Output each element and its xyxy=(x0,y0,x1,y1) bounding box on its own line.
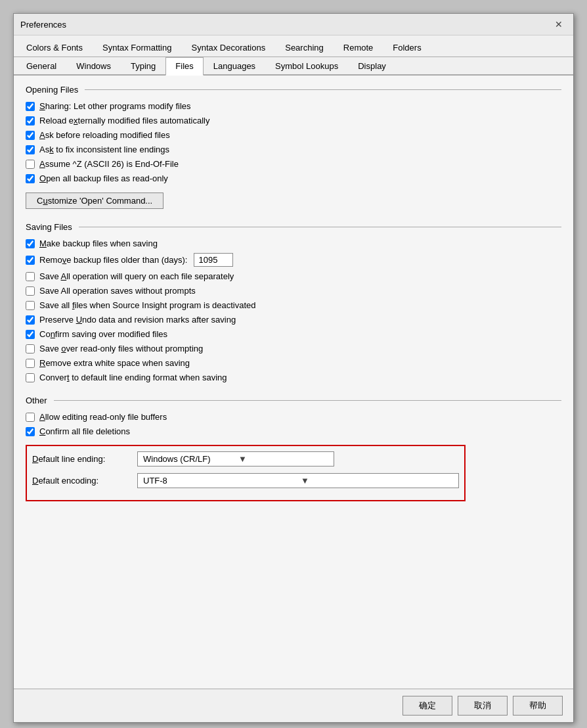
ask-reload-row: Ask before reloading modified files xyxy=(26,130,561,140)
save-readonly-checkbox[interactable] xyxy=(26,344,35,353)
open-backup-checkbox[interactable] xyxy=(26,174,35,183)
save-all-noprompt-row: Save All operation saves without prompts xyxy=(26,286,561,296)
tab-windows[interactable]: Windows xyxy=(66,57,121,74)
assume-label[interactable]: Assume ^Z (ASCII 26) is End-Of-File xyxy=(39,159,179,169)
save-deactivated-label[interactable]: Save all files when Source Insight progr… xyxy=(39,300,256,310)
save-readonly-row: Save over read-only files without prompt… xyxy=(26,344,561,353)
other-section: Other Allow editing read-only file buffe… xyxy=(26,396,561,501)
convert-line-ending-checkbox[interactable] xyxy=(26,373,35,382)
preserve-undo-row: Preserve Undo data and revision marks af… xyxy=(26,315,561,325)
title-bar: Preferences ✕ xyxy=(14,14,573,35)
ask-reload-checkbox[interactable] xyxy=(26,131,35,140)
default-line-ending-value: Windows (CR/LF) xyxy=(143,454,233,464)
tab-colors-fonts[interactable]: Colors & Fonts xyxy=(16,38,93,57)
ask-fix-row: Ask to fix inconsistent line endings xyxy=(26,145,561,154)
make-backup-checkbox[interactable] xyxy=(26,239,35,248)
customize-open-button[interactable]: Customize 'Open' Command... xyxy=(26,193,163,209)
make-backup-label[interactable]: Make backup files when saving xyxy=(39,239,158,248)
backup-days-input[interactable] xyxy=(194,253,233,267)
preserve-undo-label[interactable]: Preserve Undo data and revision marks af… xyxy=(39,315,236,325)
save-all-noprompt-checkbox[interactable] xyxy=(26,286,35,296)
make-backup-row: Make backup files when saving xyxy=(26,239,561,248)
tab-general[interactable]: General xyxy=(16,57,66,74)
reload-checkbox[interactable] xyxy=(26,116,35,125)
confirm-saving-checkbox[interactable] xyxy=(26,330,35,339)
remove-backup-row: Remove backup files older than (days): xyxy=(26,253,561,267)
tab-typing[interactable]: Typing xyxy=(121,57,165,74)
section-divider-2 xyxy=(79,227,561,227)
opening-files-title: Opening Files xyxy=(26,85,78,95)
save-readonly-label[interactable]: Save over read-only files without prompt… xyxy=(39,344,203,353)
other-title: Other xyxy=(26,396,47,405)
default-line-ending-select[interactable]: Windows (CR/LF) ▼ xyxy=(137,451,334,466)
save-all-query-label[interactable]: Save All operation will query on each fi… xyxy=(39,271,234,281)
cancel-button[interactable]: 取消 xyxy=(458,696,508,716)
default-encoding-label: Default encoding: xyxy=(32,476,137,486)
allow-editing-label[interactable]: Allow editing read-only file buffers xyxy=(39,412,167,422)
opening-files-section: Opening Files Sharing: Let other program… xyxy=(26,85,561,209)
default-line-ending-row: Default line ending: Windows (CR/LF) ▼ xyxy=(32,451,459,466)
ask-fix-label[interactable]: Ask to fix inconsistent line endings xyxy=(39,145,169,154)
tab-files[interactable]: Files xyxy=(165,57,203,76)
save-all-noprompt-label[interactable]: Save All operation saves without prompts xyxy=(39,286,196,296)
window-title: Preferences xyxy=(20,20,66,30)
dropdown-arrow-2-icon: ▼ xyxy=(301,476,453,486)
tabs-row-1: Colors & Fonts Syntax Formatting Syntax … xyxy=(14,35,573,57)
open-backup-row: Open all backup files as read-only xyxy=(26,173,561,183)
confirm-saving-label[interactable]: Confirm saving over modified files xyxy=(39,329,167,339)
tabs-row-2: General Windows Typing Files Languages S… xyxy=(14,57,573,76)
default-encoding-row: Default encoding: UTF-8 ▼ xyxy=(32,473,459,488)
ask-fix-checkbox[interactable] xyxy=(26,145,35,154)
default-encoding-value: UTF-8 xyxy=(143,476,295,486)
allow-editing-row: Allow editing read-only file buffers xyxy=(26,412,561,422)
section-divider xyxy=(85,89,561,90)
ask-reload-label[interactable]: Ask before reloading modified files xyxy=(39,130,170,140)
save-all-query-row: Save All operation will query on each fi… xyxy=(26,271,561,281)
remove-whitespace-checkbox[interactable] xyxy=(26,359,35,368)
footer: 确定 取消 帮助 xyxy=(14,689,573,722)
section-divider-3 xyxy=(54,400,561,401)
allow-editing-checkbox[interactable] xyxy=(26,413,35,422)
save-deactivated-row: Save all files when Source Insight progr… xyxy=(26,300,561,310)
confirm-delete-row: Confirm all file deletions xyxy=(26,426,561,436)
reload-label[interactable]: Reload externally modified files automat… xyxy=(39,116,209,125)
close-button[interactable]: ✕ xyxy=(551,18,567,31)
remove-whitespace-label[interactable]: Remove extra white space when saving xyxy=(39,358,190,368)
save-all-query-checkbox[interactable] xyxy=(26,272,35,281)
tab-display[interactable]: Display xyxy=(348,57,396,74)
saving-files-title: Saving Files xyxy=(26,222,72,232)
other-header: Other xyxy=(26,396,561,405)
reload-row: Reload externally modified files automat… xyxy=(26,116,561,125)
opening-files-header: Opening Files xyxy=(26,85,561,95)
save-deactivated-checkbox[interactable] xyxy=(26,301,35,310)
tab-remote[interactable]: Remote xyxy=(334,38,383,57)
tab-syntax-formatting[interactable]: Syntax Formatting xyxy=(93,38,182,57)
tab-symbol-lookups[interactable]: Symbol Lookups xyxy=(265,57,348,74)
open-backup-label[interactable]: Open all backup files as read-only xyxy=(39,173,168,183)
tab-folders[interactable]: Folders xyxy=(383,38,431,57)
default-line-ending-label: Default line ending: xyxy=(32,454,137,464)
confirm-delete-label[interactable]: Confirm all file deletions xyxy=(39,426,130,436)
remove-backup-label[interactable]: Remove backup files older than (days): xyxy=(39,255,187,265)
confirm-button[interactable]: 确定 xyxy=(402,696,452,716)
confirm-delete-checkbox[interactable] xyxy=(26,427,35,436)
tab-searching[interactable]: Searching xyxy=(275,38,334,57)
saving-files-section: Saving Files Make backup files when savi… xyxy=(26,222,561,382)
confirm-saving-row: Confirm saving over modified files xyxy=(26,329,561,339)
assume-checkbox[interactable] xyxy=(26,160,35,169)
preserve-undo-checkbox[interactable] xyxy=(26,315,35,325)
sharing-checkbox[interactable] xyxy=(26,102,35,111)
help-button[interactable]: 帮助 xyxy=(513,696,563,716)
dropdown-arrow-icon: ▼ xyxy=(238,454,328,464)
remove-whitespace-row: Remove extra white space when saving xyxy=(26,358,561,368)
tab-languages[interactable]: Languages xyxy=(204,57,265,74)
preferences-window: Preferences ✕ Colors & Fonts Syntax Form… xyxy=(13,13,574,723)
sharing-row: Sharing: Let other programs modify files xyxy=(26,101,561,111)
saving-files-header: Saving Files xyxy=(26,222,561,232)
sharing-label[interactable]: Sharing: Let other programs modify files xyxy=(39,101,191,111)
tab-syntax-decorations[interactable]: Syntax Decorations xyxy=(181,38,275,57)
convert-line-ending-label[interactable]: Convert to default line ending format wh… xyxy=(39,373,227,382)
default-encoding-select[interactable]: UTF-8 ▼ xyxy=(137,473,459,488)
remove-backup-checkbox[interactable] xyxy=(26,256,35,265)
assume-row: Assume ^Z (ASCII 26) is End-Of-File xyxy=(26,159,561,169)
